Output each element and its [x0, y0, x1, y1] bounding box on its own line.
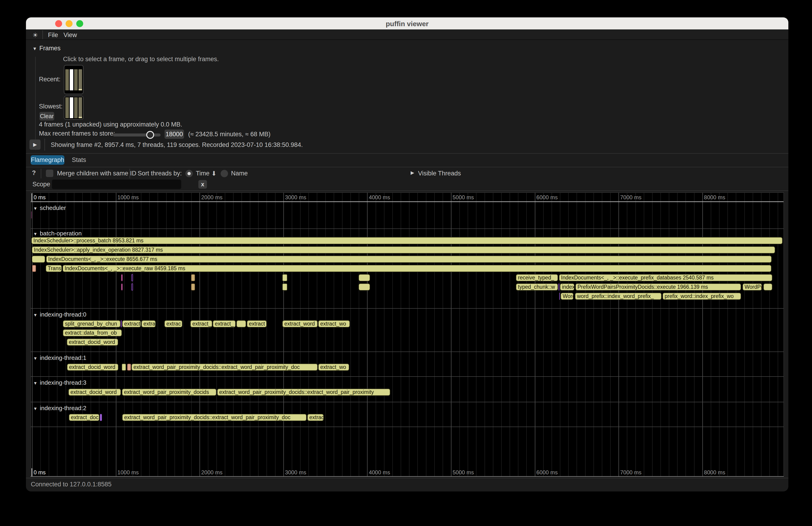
play-button[interactable]: ▶ — [29, 140, 41, 150]
grid-line — [610, 193, 611, 476]
flame-bar[interactable]: extract_wo — [318, 320, 350, 327]
section-header-batch-operation[interactable]: ▼batch-operation — [33, 230, 82, 237]
max-frames-value[interactable]: 18000 — [164, 130, 184, 139]
flame-bar[interactable] — [31, 211, 32, 219]
visible-threads-header[interactable]: Visible Threads — [418, 170, 461, 177]
flame-bar[interactable]: extract — [122, 320, 141, 327]
tab-flamegraph[interactable]: Flamegraph — [31, 155, 64, 165]
flame-bar[interactable] — [236, 320, 246, 327]
flame-bar[interactable] — [131, 283, 133, 291]
flame-bar[interactable]: extract_word_pair_proximity_docids — [122, 389, 216, 396]
sort-name-label[interactable]: Name — [231, 170, 248, 177]
flame-bar[interactable]: typed_chunk::w — [516, 283, 558, 291]
clear-filter-button[interactable]: x — [198, 180, 207, 189]
sort-time-radio[interactable] — [185, 170, 193, 177]
flame-bar[interactable]: extract_ — [190, 320, 212, 327]
theme-toggle-icon[interactable]: ☀ — [32, 31, 38, 39]
help-button[interactable]: ? — [32, 170, 36, 177]
flame-bar[interactable]: WordPr — [742, 283, 762, 291]
flame-bar[interactable] — [32, 265, 36, 272]
sort-direction-icon[interactable]: ⬇ — [211, 170, 217, 177]
flame-bar[interactable]: IndexScheduler>::process_batch 8953.821 … — [31, 237, 783, 244]
sort-name-radio[interactable] — [221, 170, 228, 177]
clear-button[interactable]: Clear — [39, 112, 54, 120]
flame-bar[interactable]: extract_word_pair_proximity_docids::extr… — [122, 414, 307, 421]
frame-bar[interactable] — [66, 97, 69, 118]
flame-bar[interactable] — [359, 274, 370, 281]
flame-bar[interactable] — [191, 274, 195, 281]
section-header-scheduler[interactable]: ▼scheduler — [33, 204, 66, 211]
frame-bar[interactable] — [74, 97, 78, 118]
frame-bar[interactable] — [66, 69, 69, 90]
flame-bar[interactable] — [32, 255, 45, 263]
frame-bar[interactable] — [78, 69, 82, 90]
section-header-indexing-thread:2[interactable]: ▼indexing-thread:2 — [33, 405, 86, 412]
frame-bar[interactable] — [78, 97, 82, 118]
frame-thumbnail-recent[interactable] — [64, 65, 84, 94]
flamegraph-canvas[interactable]: 0 ms0 ms1000 ms1000 ms2000 ms2000 ms3000… — [30, 192, 784, 477]
flame-bar[interactable] — [131, 274, 133, 281]
flame-bar[interactable]: Trans — [46, 265, 62, 272]
flame-bar[interactable]: extract_wo — [318, 364, 349, 371]
flame-bar[interactable] — [191, 283, 195, 291]
merge-children-label[interactable]: Merge children with same ID — [57, 170, 136, 177]
grid-line — [308, 193, 309, 476]
flame-bar[interactable]: word_prefix::index_word_prefix_ — [575, 293, 662, 300]
flame-bar[interactable]: extract_doc — [69, 414, 99, 421]
merge-children-checkbox[interactable] — [46, 170, 53, 177]
section-label-text: indexing-thread:1 — [40, 354, 86, 361]
flame-bar[interactable]: extract_word_pair_proximity_docids::extr… — [217, 389, 390, 396]
flame-bar[interactable]: Word — [561, 293, 574, 300]
flame-bar[interactable] — [359, 283, 370, 291]
flame-bar[interactable]: extract_ — [213, 320, 236, 327]
flame-bar[interactable]: IndexDocuments<_, _>::execute_raw 8459.1… — [62, 265, 771, 272]
flame-bar[interactable] — [127, 364, 131, 371]
flame-bar[interactable]: IndexDocuments<_, _>::execute 8656.677 m… — [46, 255, 772, 263]
scope-filter-input[interactable] — [52, 179, 181, 189]
flame-bar[interactable] — [100, 414, 102, 421]
flame-bar[interactable]: extract_word — [282, 320, 318, 327]
flame-bar[interactable] — [559, 293, 560, 300]
section-header-indexing-thread:0[interactable]: ▼indexing-thread:0 — [33, 311, 86, 318]
flame-bar[interactable]: index — [560, 283, 575, 291]
flame-bar[interactable]: extra — [141, 320, 156, 327]
tab-stats[interactable]: Stats — [72, 157, 86, 164]
frame-thumbnail-slowest[interactable] — [64, 96, 84, 120]
flame-bar[interactable]: IndexScheduler>::apply_index_operation 8… — [32, 246, 775, 253]
flame-bar[interactable] — [559, 283, 560, 291]
flame-bar[interactable]: split_grenad_by_chun — [63, 320, 120, 327]
section-header-indexing-thread:3[interactable]: ▼indexing-thread:3 — [33, 379, 86, 386]
flame-bar[interactable] — [121, 283, 123, 291]
slider-knob[interactable] — [146, 131, 154, 139]
flame-bar[interactable]: extrac — [164, 320, 183, 327]
flame-bar[interactable]: PrefixWordPairsProximityDocids::execute … — [576, 283, 741, 291]
flame-bar[interactable]: extract_docid_word — [67, 364, 118, 371]
flame-bar[interactable]: prefix_word::index_prefix_wo — [663, 293, 741, 300]
frame-bar-selected[interactable] — [70, 69, 73, 90]
grid-line — [392, 193, 393, 476]
flame-bar[interactable]: extract::data_from_ob — [63, 329, 122, 336]
grid-line — [753, 193, 753, 476]
sort-time-label[interactable]: Time — [196, 170, 209, 177]
flame-bar[interactable] — [122, 364, 126, 371]
frames-section-header[interactable]: ▼Frames — [32, 45, 60, 52]
menu-file[interactable]: File — [48, 31, 58, 39]
flame-bar[interactable]: extrac — [307, 414, 324, 421]
flame-bar[interactable]: IndexDocuments<_, _>::execute_prefix_dat… — [559, 274, 772, 281]
frame-bar-selected[interactable] — [70, 97, 73, 118]
section-header-indexing-thread:1[interactable]: ▼indexing-thread:1 — [33, 354, 86, 362]
flame-bar[interactable] — [282, 283, 287, 291]
flame-bar[interactable] — [763, 283, 772, 291]
flame-bar[interactable] — [121, 320, 122, 327]
flame-bar[interactable]: extract_docid_word — [68, 389, 121, 396]
grid-line — [166, 193, 166, 476]
flame-bar[interactable]: extract_docid_word — [67, 338, 118, 346]
flame-bar[interactable]: extract_word_pair_proximity_docids::extr… — [131, 364, 318, 371]
flame-bar[interactable]: receive_typed_ — [516, 274, 558, 281]
flame-bar[interactable] — [282, 274, 287, 281]
flame-bar[interactable] — [121, 274, 123, 281]
menu-view[interactable]: View — [63, 31, 77, 39]
frame-bar[interactable] — [74, 69, 78, 90]
flame-bar[interactable]: extract — [247, 320, 267, 327]
visible-threads-triangle-icon[interactable]: ▶ — [411, 170, 414, 175]
